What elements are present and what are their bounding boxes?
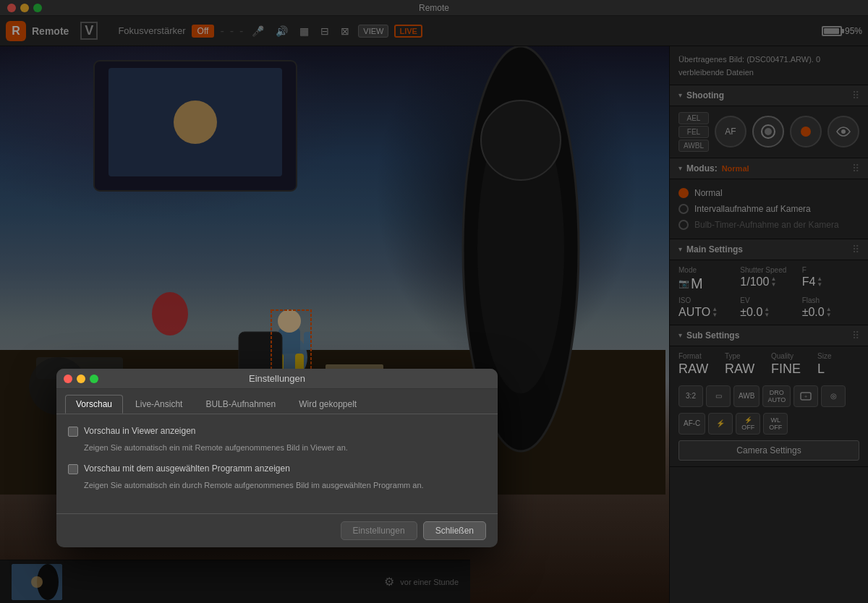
modal-title: Einstellungen <box>249 373 305 384</box>
modal-max-btn[interactable] <box>90 375 98 383</box>
checkbox-label-2: Vorschau mit dem ausgewählten Programm a… <box>84 463 290 474</box>
checkbox-row-1: Vorschau in Viewer anzeigen <box>68 426 486 437</box>
modal-settings-btn[interactable]: Einstellungen <box>341 521 417 540</box>
tab-bulb[interactable]: BULB-Aufnahmen <box>195 395 286 414</box>
checkbox-2[interactable] <box>68 464 78 474</box>
modal-close-btn[interactable] <box>64 375 72 383</box>
modal-titlebar: Einstellungen <box>56 369 498 389</box>
modal-tabs: Vorschau Live-Ansicht BULB-Aufnahmen Wir… <box>56 389 498 414</box>
checkbox-label-1: Vorschau in Viewer anzeigen <box>84 426 196 436</box>
modal-controls <box>64 375 98 383</box>
tab-vorschau[interactable]: Vorschau <box>65 395 123 414</box>
checkbox-row-2: Vorschau mit dem ausgewählten Programm a… <box>68 463 486 474</box>
modal-close-button[interactable]: Schließen <box>423 521 486 540</box>
tab-live-ansicht[interactable]: Live-Ansicht <box>124 395 193 414</box>
tab-gekoppelt[interactable]: Wird gekoppelt <box>288 395 367 414</box>
modal-body: Vorschau in Viewer anzeigen Zeigen Sie a… <box>56 414 498 513</box>
modal-min-btn[interactable] <box>77 375 85 383</box>
checkbox-desc-2: Zeigen Sie automatisch ein durch Remote … <box>84 480 486 491</box>
settings-modal: Einstellungen Vorschau Live-Ansicht BULB… <box>56 369 498 547</box>
modal-footer: Einstellungen Schließen <box>56 513 498 547</box>
checkbox-desc-1: Zeigen Sie automatisch ein mit Remote au… <box>84 442 486 453</box>
checkbox-1[interactable] <box>68 427 78 437</box>
